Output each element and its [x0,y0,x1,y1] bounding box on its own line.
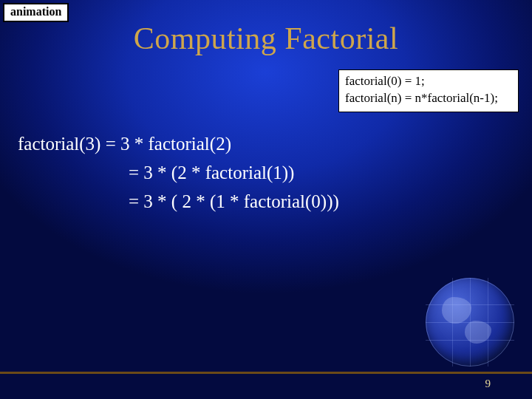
definition-box: factorial(0) = 1; factorial(n) = n*facto… [338,69,519,112]
expansion-line-3: = 3 * ( 2 * (1 * factorial(0))) [18,188,339,216]
definition-line-2: factorial(n) = n*factorial(n-1); [345,90,512,107]
expansion-line-1: factorial(3) = 3 * factorial(2) [18,130,339,159]
slide: animation Computing Factorial factorial(… [0,0,532,399]
expansion-line-2: = 3 * (2 * factorial(1)) [18,159,339,188]
page-number: 9 [485,378,491,390]
globe-icon [426,278,514,366]
footer-rule [0,372,532,374]
definition-line-1: factorial(0) = 1; [345,73,512,90]
slide-title: Computing Factorial [0,21,532,56]
expansion-block: factorial(3) = 3 * factorial(2) = 3 * (2… [18,130,339,216]
animation-tag: animation [3,3,69,22]
